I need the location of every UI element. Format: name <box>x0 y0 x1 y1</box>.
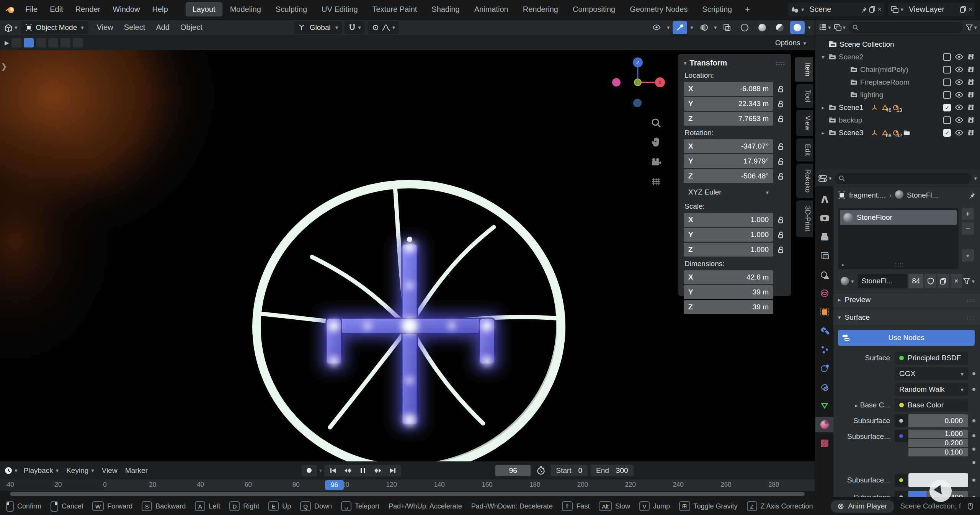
lock-icon[interactable] <box>776 246 786 253</box>
preview-section-header[interactable]: ▸Preview:::: <box>833 292 980 307</box>
expander-icon[interactable]: ▸ <box>820 105 826 111</box>
xray-toggle[interactable] <box>720 21 734 34</box>
workspace-tab[interactable]: Sculpting <box>269 2 314 16</box>
disable-render-camera-icon[interactable] <box>967 92 975 98</box>
pause-button[interactable] <box>356 465 370 476</box>
orientation-dropdown[interactable]: Global ▾ <box>294 21 342 34</box>
render-tab[interactable] <box>815 211 833 226</box>
keying-set-caret[interactable]: ▾ <box>319 468 322 473</box>
slot-expand-icon[interactable]: ▸ <box>842 262 844 268</box>
animate-dot[interactable] <box>972 419 975 422</box>
workspace-tab[interactable]: Modeling <box>223 2 268 16</box>
disable-render-camera-icon[interactable] <box>967 129 975 136</box>
partial-input-socket[interactable] <box>895 491 908 497</box>
animate-dot[interactable] <box>972 434 975 437</box>
material-name-field[interactable]: StoneFl... <box>858 274 908 288</box>
menu-item[interactable]: Edit <box>44 5 69 14</box>
expander-icon[interactable]: ▸ <box>820 130 826 136</box>
texture-tab[interactable] <box>815 436 833 451</box>
output-tab[interactable] <box>815 229 833 245</box>
add-workspace-button[interactable]: + <box>740 2 755 17</box>
workspace-tab[interactable]: Layout <box>186 2 222 16</box>
viewport-menu-item[interactable]: Select <box>119 23 151 32</box>
new-view-layer-icon[interactable] <box>960 6 966 13</box>
blender-logo-icon[interactable] <box>5 5 15 14</box>
material-slot-list[interactable]: StoneFloor ▸ :::: <box>838 208 959 269</box>
previous-keyframe-button[interactable] <box>341 465 355 476</box>
sidebar-tab[interactable]: Tool <box>796 84 813 108</box>
outliner-search[interactable] <box>849 22 963 33</box>
hide-eye-icon[interactable] <box>955 130 964 136</box>
resize-grip[interactable]: :::: <box>895 262 904 268</box>
location-field[interactable]: Z7.7653 m <box>684 112 773 126</box>
outliner-row[interactable]: ▸ Scene3 68 32 ✓ <box>817 126 978 139</box>
transform-panel-header[interactable]: ▾Transform:::: <box>684 59 786 67</box>
modifiers-tab[interactable] <box>815 323 833 338</box>
camera-view-icon[interactable] <box>648 154 664 170</box>
animate-dot[interactable] <box>972 461 975 464</box>
collection-checkbox[interactable] <box>943 91 951 99</box>
shading-material-button[interactable] <box>773 21 787 34</box>
rotation-field[interactable]: Z-506.48° <box>684 169 773 183</box>
lock-icon[interactable] <box>776 143 786 150</box>
physics-tab[interactable] <box>815 361 833 376</box>
outliner-row[interactable]: FireplaceRoom <box>817 76 978 88</box>
collection-checkbox[interactable] <box>943 66 951 74</box>
radius-input-socket[interactable] <box>895 430 908 442</box>
object-tab[interactable] <box>815 304 833 320</box>
material-slot-selected[interactable]: StoneFloor <box>840 210 957 225</box>
display-mode-icon[interactable]: ▾ <box>834 24 846 31</box>
view-layer-dropdown-caret[interactable]: ▾ <box>901 7 904 12</box>
select-subtract-option[interactable] <box>60 38 70 47</box>
disable-render-camera-icon[interactable] <box>967 117 975 123</box>
viewport-3d[interactable]: ❯ Z X ▾Transform:::: Location: <box>0 50 815 461</box>
outliner-search-input[interactable] <box>862 23 959 32</box>
new-scene-icon[interactable] <box>869 6 875 13</box>
frame-end-field[interactable]: End300 <box>591 465 634 476</box>
lock-icon[interactable] <box>776 115 786 123</box>
editor-type-icon[interactable]: ▾ <box>4 23 18 32</box>
outliner-row[interactable]: ▾ Scene2 <box>817 51 978 63</box>
breadcrumb-object[interactable]: fragment.... <box>849 191 886 199</box>
collection-checkbox[interactable] <box>943 53 951 61</box>
pan-hand-icon[interactable] <box>648 134 664 150</box>
add-slot-button[interactable]: + <box>962 208 974 220</box>
pin-id-icon[interactable] <box>969 192 975 199</box>
breadcrumb-material[interactable]: StoneFl... <box>907 191 938 199</box>
overlays-toggle[interactable] <box>696 21 711 34</box>
visibility-caret[interactable]: ▾ <box>667 25 670 30</box>
disable-render-camera-icon[interactable] <box>967 54 975 60</box>
timeline-menu-item[interactable]: Playback▾ <box>20 466 63 475</box>
current-frame-field[interactable]: 96 <box>495 465 531 476</box>
shading-solid-button[interactable] <box>755 21 769 34</box>
collection-checkbox[interactable] <box>943 116 951 124</box>
shading-wireframe-button[interactable] <box>737 21 752 34</box>
menu-item[interactable]: Render <box>69 5 107 14</box>
lock-icon[interactable] <box>776 158 786 165</box>
subsurface-input-socket[interactable] <box>895 414 908 427</box>
material-tab[interactable] <box>815 417 833 432</box>
lock-icon[interactable] <box>776 173 786 180</box>
fake-user-shield-icon[interactable] <box>924 274 936 288</box>
lock-icon[interactable] <box>776 216 786 224</box>
workspace-tab[interactable]: Geometry Nodes <box>623 2 694 16</box>
auto-keying-record-button[interactable] <box>302 465 317 476</box>
world-tab[interactable] <box>815 286 833 301</box>
workspace-tab[interactable]: Shading <box>425 2 466 16</box>
options-button[interactable]: Options▾ <box>771 39 810 47</box>
remove-slot-button[interactable]: − <box>962 222 974 235</box>
remove-view-layer-icon[interactable]: × <box>969 6 972 13</box>
expander-icon[interactable]: ▾ <box>820 54 826 60</box>
color-input-socket[interactable] <box>895 474 908 487</box>
select-intersect-option[interactable] <box>73 38 83 47</box>
animate-dot[interactable] <box>972 448 975 451</box>
material-users-badge[interactable]: 84 <box>908 274 923 288</box>
visibility-dropdown[interactable] <box>649 21 664 34</box>
select-box-option[interactable] <box>24 38 34 47</box>
scale-field[interactable]: Y1.000 <box>684 228 773 242</box>
timeline-menu-item[interactable]: View <box>98 466 121 475</box>
dimension-field[interactable]: Y39 m <box>684 285 773 299</box>
toolbar-expand-arrow[interactable]: ❯ <box>1 62 7 71</box>
hide-eye-icon[interactable] <box>955 79 964 85</box>
constraints-tab[interactable] <box>815 379 833 395</box>
